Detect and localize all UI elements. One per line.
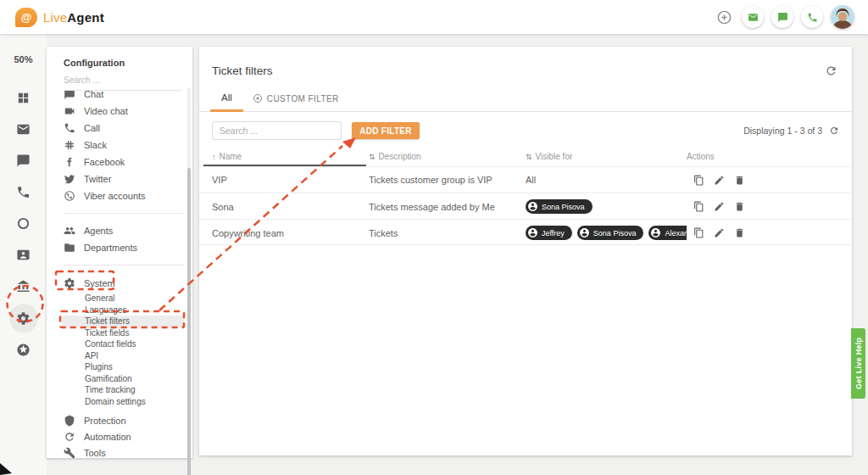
- protection-icon: [64, 415, 75, 427]
- mail-icon[interactable]: [742, 6, 764, 28]
- sidebar-item-protection[interactable]: Protection: [47, 412, 192, 428]
- sidebar-item-label: Slack: [84, 140, 107, 150]
- sidebar-item-time-tracking[interactable]: Time tracking: [47, 384, 192, 396]
- topbar: @ LiveAgent: [0, 0, 868, 34]
- agents-icon: [64, 225, 75, 237]
- contact-card-icon[interactable]: [8, 239, 39, 271]
- refresh-icon[interactable]: [829, 126, 839, 136]
- delete-icon[interactable]: [734, 175, 745, 186]
- sidebar-subitem-label: Languages: [85, 305, 127, 315]
- get-live-help-button[interactable]: Get Live Help: [851, 328, 865, 399]
- edit-icon[interactable]: [714, 227, 725, 238]
- twitter-icon: [64, 173, 75, 185]
- column-label: Visible for: [536, 152, 573, 161]
- copy-icon[interactable]: [693, 175, 704, 186]
- sidebar-item-viber[interactable]: Viber accounts: [47, 187, 192, 204]
- sidebar-item-departments[interactable]: Departments: [47, 239, 192, 256]
- sidebar-item-general[interactable]: General: [47, 293, 192, 305]
- sidebar-item-label: Tools: [84, 448, 106, 458]
- row-actions: [687, 175, 839, 186]
- toolbar: ADD FILTER Displaying 1 - 3 of 3: [212, 121, 839, 140]
- sidebar-item-label: Departments: [84, 243, 137, 253]
- sidebar-item-plugins[interactable]: Plugins: [47, 361, 192, 373]
- sidebar-item-agents[interactable]: Agents: [47, 222, 192, 239]
- delete-icon[interactable]: [734, 201, 745, 212]
- rail-icons: [8, 82, 39, 366]
- chat-icon: [64, 91, 75, 100]
- sidebar-scrollbar-thumb[interactable]: [187, 168, 191, 475]
- column-header-actions: Actions: [687, 152, 839, 161]
- add-circle-icon[interactable]: [714, 7, 734, 27]
- sidebar-item-languages[interactable]: Languages: [47, 305, 192, 316]
- edit-icon[interactable]: [714, 201, 725, 212]
- chat-icon[interactable]: [771, 6, 793, 28]
- sidebar-item-chat[interactable]: Chat: [47, 91, 192, 103]
- liveagent-logo[interactable]: @ LiveAgent: [15, 8, 104, 27]
- tools-icon: [64, 447, 75, 459]
- sidebar-subitem-label: Ticket fields: [85, 328, 129, 338]
- sidebar-item-label: System: [84, 278, 115, 288]
- column-header-name[interactable]: ↑Name: [212, 152, 369, 161]
- sidebar-item-twitter[interactable]: Twitter: [47, 170, 192, 187]
- table-header: ↑Name ⇅Description ⇅Visible for Actions: [199, 146, 852, 166]
- settings-gear-icon[interactable]: [9, 304, 38, 332]
- sidebar-item-label: Chat: [84, 91, 103, 99]
- divider: [64, 265, 184, 265]
- dashboard-icon[interactable]: [8, 82, 39, 114]
- sidebar-subitem-label: Gamification: [85, 374, 132, 383]
- ticket-filters-card: Ticket filters All CUSTOM FILTER ADD FIL…: [199, 47, 852, 455]
- icon-rail: 50%: [0, 34, 47, 475]
- sidebar-item-system[interactable]: System: [47, 274, 192, 293]
- sidebar-item-slack[interactable]: Slack: [47, 137, 192, 154]
- copy-icon[interactable]: [693, 201, 704, 212]
- filter-visible-for: Jeffrey Sona Pisova Alexandra Sch: [526, 220, 687, 246]
- sidebar-item-tools[interactable]: Tools: [47, 444, 192, 461]
- sidebar-title: Configuration: [47, 47, 192, 68]
- zoom-level-label: 50%: [14, 54, 32, 64]
- column-header-description[interactable]: ⇅Description: [369, 152, 526, 161]
- call-icon[interactable]: [801, 6, 823, 28]
- star-icon[interactable]: [8, 334, 39, 366]
- refresh-icon[interactable]: [825, 64, 837, 81]
- person-circle-icon: [650, 227, 661, 238]
- edit-icon[interactable]: [714, 175, 725, 186]
- status-ring-icon[interactable]: [8, 208, 39, 239]
- add-filter-button[interactable]: ADD FILTER: [352, 122, 420, 139]
- filter-name: Copywriting team: [212, 228, 369, 238]
- sidebar-item-automation[interactable]: Automation: [47, 428, 192, 444]
- delete-icon[interactable]: [734, 227, 745, 238]
- person-circle-icon: [527, 201, 538, 212]
- badge-label: Sona Pisova: [542, 203, 585, 211]
- sidebar-item-api[interactable]: API: [47, 350, 192, 362]
- table-row[interactable]: Sona Tickets message added by Me Sona Pi…: [199, 193, 852, 219]
- mail-icon[interactable]: [8, 114, 39, 145]
- tab-custom-filter[interactable]: CUSTOM FILTER: [249, 93, 342, 111]
- sidebar-item-contact-fields[interactable]: Contact fields: [47, 338, 192, 350]
- tab-all[interactable]: All: [210, 92, 243, 112]
- sidebar-item-label: Call: [84, 123, 100, 133]
- sidebar-item-call[interactable]: Call: [47, 120, 192, 137]
- sidebar-item-label: Twitter: [84, 174, 111, 184]
- chat-icon[interactable]: [8, 145, 39, 176]
- sidebar-item-gamification[interactable]: Gamification: [47, 373, 192, 385]
- table-row[interactable]: VIP Tickets customer group is VIP All: [199, 166, 852, 193]
- search-input[interactable]: [212, 121, 342, 140]
- sidebar-scrollbar[interactable]: [187, 87, 191, 454]
- column-header-visible-for[interactable]: ⇅Visible for: [526, 152, 687, 161]
- sidebar-item-video-chat[interactable]: Video chat: [47, 103, 192, 120]
- agent-avatar[interactable]: [831, 5, 854, 29]
- copy-icon[interactable]: [693, 227, 704, 238]
- add-circle-icon: [253, 93, 263, 103]
- sidebar-subitem-label: Contact fields: [85, 339, 136, 349]
- sidebar-item-ticket-filters[interactable]: Ticket filters: [62, 316, 184, 327]
- billing-icon[interactable]: [8, 271, 39, 302]
- table-row[interactable]: Copywriting team Tickets Jeffrey Sona Pi…: [199, 219, 852, 245]
- sort-both-icon: ⇅: [526, 153, 532, 161]
- sidebar-item-ticket-fields[interactable]: Ticket fields: [47, 327, 192, 339]
- call-icon[interactable]: [8, 176, 39, 208]
- sidebar-search-input[interactable]: [64, 74, 182, 91]
- topbar-actions: [714, 5, 854, 29]
- sidebar-item-facebook[interactable]: Facebook: [47, 154, 192, 170]
- sidebar-subitem-label: Ticket filters: [85, 316, 130, 326]
- sidebar-item-domain-settings[interactable]: Domain settings: [47, 396, 192, 408]
